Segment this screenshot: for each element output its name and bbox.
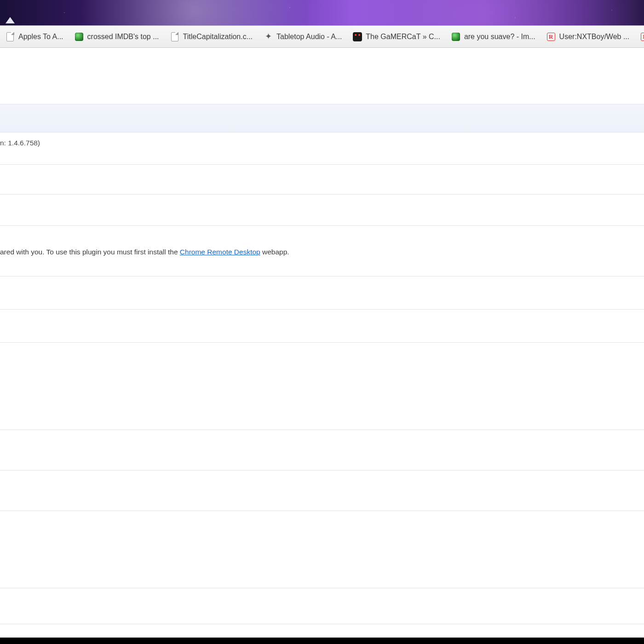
row-separator: [0, 309, 644, 310]
page-icon: [6, 32, 15, 41]
page-content: n: 1.4.6.758) ared with you. To use this…: [0, 48, 644, 644]
cat-icon: [353, 32, 362, 41]
bookmark-apples-to-a[interactable]: Apples To A...: [1, 29, 68, 44]
bookmark-label: are you suave? - Im...: [464, 33, 535, 41]
page-icon: [170, 32, 179, 41]
row-separator: [0, 342, 644, 343]
row-separator: [0, 276, 644, 276]
recorder-triangle-icon: [6, 17, 15, 23]
green-dot-icon: [75, 32, 84, 41]
chrome-remote-desktop-link[interactable]: Chrome Remote Desktop: [180, 248, 260, 256]
plugin-version-text: n: 1.4.6.758): [0, 139, 40, 147]
bookmark-are-you-suave[interactable]: are you suave? - Im...: [447, 29, 540, 44]
green-dot-icon: [451, 32, 460, 41]
tabletop-icon: ✦: [264, 32, 273, 41]
bookmark-tabletop-audio[interactable]: ✦ Tabletop Audio - A...: [259, 29, 346, 44]
r-icon: R: [546, 32, 556, 41]
row-separator: [0, 511, 644, 511]
plugin-description-prefix: ared with you. To use this plugin you mu…: [0, 248, 180, 256]
bookmark-label: User:NXTBoy/Web ...: [559, 33, 630, 41]
bookmark-label: crossed IMDB's top ...: [87, 33, 159, 41]
bookmark-titlecapitalization[interactable]: TitleCapitalization.c...: [166, 29, 257, 44]
bookmarks-bar: Apples To A... crossed IMDB's top ... Ti…: [0, 26, 644, 48]
row-separator: [0, 225, 644, 226]
taskbar-strip: [0, 638, 644, 644]
bookmark-change-log[interactable]: R Change log -: [636, 29, 644, 44]
plugin-description: ared with you. To use this plugin you mu…: [0, 247, 635, 258]
bookmark-gamercat[interactable]: The GaMERCaT » C...: [348, 29, 445, 44]
section-header-band: [0, 104, 644, 132]
bookmark-label: TitleCapitalization.c...: [183, 33, 253, 41]
row-separator: [0, 164, 644, 165]
row-separator: [0, 624, 644, 624]
bookmark-label: Apples To A...: [18, 33, 63, 41]
row-separator: [0, 588, 644, 588]
bookmark-crossed-imdb[interactable]: crossed IMDB's top ...: [70, 29, 164, 44]
bookmark-user-nxtboy[interactable]: R User:NXTBoy/Web ...: [542, 29, 634, 44]
row-separator: [0, 430, 644, 430]
row-separator: [0, 194, 644, 195]
plugin-description-suffix: webapp.: [260, 248, 289, 256]
r-icon: R: [640, 32, 644, 41]
bookmark-label: Tabletop Audio - A...: [276, 33, 342, 41]
row-separator: [0, 470, 644, 471]
bookmark-label: The GaMERCaT » C...: [366, 33, 440, 41]
window-titlebar[interactable]: [0, 0, 644, 26]
